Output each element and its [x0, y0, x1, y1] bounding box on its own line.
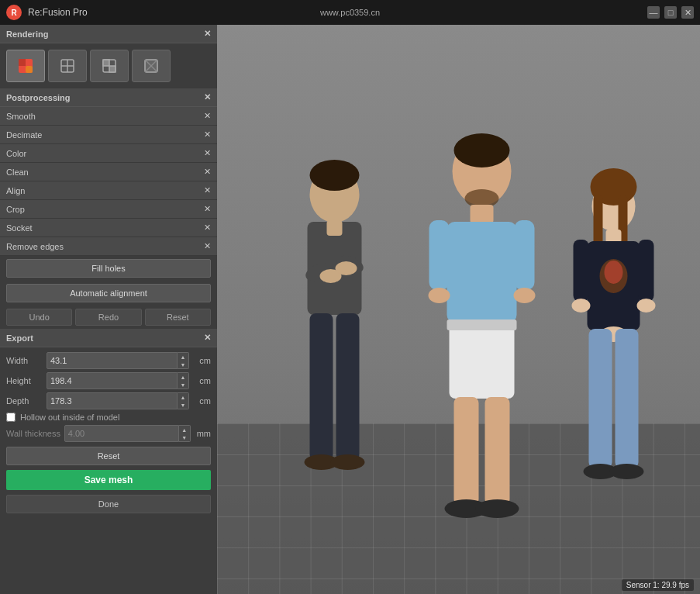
export-section: Width ▲ ▼ cm Height ▲ ▼ — [0, 347, 217, 518]
svg-rect-32 — [515, 220, 535, 290]
svg-rect-31 — [429, 220, 450, 290]
remove-edges-dropdown[interactable]: Remove edges ✕ — [0, 237, 217, 256]
postprocessing-label: Postprocessing — [6, 93, 71, 102]
height-input[interactable] — [47, 372, 178, 389]
title-bar-left: R Re:Fusion Pro — [6, 5, 88, 20]
people-scene — [217, 121, 700, 571]
clean-label: Clean — [6, 167, 29, 177]
render-buttons — [6, 50, 211, 82]
svg-point-34 — [514, 288, 536, 303]
wall-thickness-row: Wall thickness ▲ ▼ mm — [6, 425, 211, 442]
width-unit: cm — [189, 356, 211, 365]
align-label: Align — [6, 186, 25, 195]
rendering-section-header[interactable]: Rendering ✕ — [0, 25, 217, 43]
clean-arrow-icon: ✕ — [204, 167, 211, 177]
close-button[interactable]: ✕ — [681, 6, 694, 19]
svg-rect-2 — [26, 66, 33, 73]
height-up-button[interactable]: ▲ — [178, 373, 188, 381]
height-label: Height — [6, 376, 47, 385]
svg-point-48 — [605, 261, 623, 284]
wall-thickness-down-button[interactable]: ▼ — [179, 433, 190, 441]
save-mesh-button[interactable]: Save mesh — [6, 470, 211, 490]
rendering-close-icon[interactable]: ✕ — [204, 29, 211, 39]
minimize-button[interactable]: — — [647, 6, 660, 19]
wall-thickness-up-button[interactable]: ▲ — [179, 426, 190, 433]
depth-down-button[interactable]: ▼ — [178, 401, 188, 409]
rendering-label: Rendering — [6, 29, 48, 39]
postprocessing-section-header[interactable]: Postprocessing ✕ — [0, 88, 217, 107]
width-input[interactable] — [47, 352, 178, 369]
render-normal-button[interactable] — [132, 50, 171, 82]
render-texture-button[interactable] — [90, 50, 129, 82]
svg-point-27 — [454, 133, 510, 167]
wall-thickness-arrows: ▲ ▼ — [179, 425, 191, 442]
depth-up-button[interactable]: ▲ — [178, 393, 188, 401]
svg-point-24 — [331, 454, 365, 470]
fill-holes-button[interactable]: Fill holes — [6, 259, 211, 278]
width-up-button[interactable]: ▲ — [178, 353, 188, 361]
decimate-arrow-icon: ✕ — [204, 130, 211, 140]
viewport[interactable]: Sensor 1: 29.9 fps — [217, 25, 700, 594]
hollow-label: Hollow out inside of model — [20, 413, 119, 422]
hollow-checkbox[interactable] — [6, 413, 16, 422]
app-logo: R — [6, 5, 22, 20]
svg-rect-7 — [103, 60, 109, 66]
svg-point-52 — [637, 299, 656, 313]
svg-rect-49 — [574, 240, 589, 302]
crop-dropdown[interactable]: Crop ✕ — [0, 200, 217, 219]
socket-label: Socket — [6, 223, 33, 233]
width-down-button[interactable]: ▼ — [178, 361, 188, 368]
svg-rect-29 — [471, 205, 494, 223]
wall-thickness-unit: mm — [191, 429, 211, 438]
done-button[interactable]: Done — [6, 495, 211, 513]
align-dropdown[interactable]: Align ✕ — [0, 181, 217, 200]
depth-input[interactable] — [47, 392, 178, 409]
clean-dropdown[interactable]: Clean ✕ — [0, 163, 217, 181]
align-arrow-icon: ✕ — [204, 185, 211, 195]
postprocessing-close-icon[interactable]: ✕ — [204, 92, 211, 102]
svg-rect-1 — [19, 59, 26, 66]
smooth-dropdown[interactable]: Smooth ✕ — [0, 107, 217, 126]
svg-rect-35 — [450, 321, 515, 399]
svg-point-57 — [610, 464, 644, 479]
svg-rect-22 — [336, 313, 360, 461]
depth-arrows: ▲ ▼ — [178, 392, 189, 409]
svg-point-20 — [336, 261, 357, 275]
undo-button[interactable]: Undo — [6, 309, 72, 326]
decimate-label: Decimate — [6, 130, 42, 140]
svg-rect-54 — [589, 329, 612, 468]
decimate-dropdown[interactable]: Decimate ✕ — [0, 126, 217, 144]
svg-rect-55 — [616, 329, 639, 468]
export-section-header[interactable]: Export ✕ — [0, 329, 217, 347]
svg-rect-38 — [485, 397, 510, 506]
render-wireframe-button[interactable] — [48, 50, 87, 82]
reset-button-1[interactable]: Reset — [145, 309, 211, 326]
svg-point-40 — [476, 499, 519, 518]
hollow-row: Hollow out inside of model — [6, 413, 211, 422]
status-text: Sensor 1: 29.9 fps — [626, 581, 689, 589]
wall-thickness-input[interactable] — [64, 425, 179, 442]
height-arrows: ▲ ▼ — [178, 372, 189, 389]
automatic-alignment-button[interactable]: Automatic alignment — [6, 284, 211, 302]
svg-rect-30 — [447, 222, 517, 323]
redo-button[interactable]: Redo — [75, 309, 141, 326]
height-spinner: ▲ ▼ — [47, 372, 189, 389]
status-bar: Sensor 1: 29.9 fps — [622, 579, 694, 591]
depth-spinner: ▲ ▼ — [47, 392, 189, 409]
export-label: Export — [6, 333, 33, 343]
export-reset-button[interactable]: Reset — [6, 447, 211, 465]
remove-edges-arrow-icon: ✕ — [204, 241, 211, 251]
export-close-icon[interactable]: ✕ — [204, 333, 211, 343]
color-dropdown[interactable]: Color ✕ — [0, 144, 217, 163]
crop-label: Crop — [6, 205, 25, 214]
color-label: Color — [6, 149, 26, 158]
depth-unit: cm — [189, 396, 211, 406]
width-spinner: ▲ ▼ — [47, 352, 189, 369]
height-unit: cm — [189, 376, 211, 385]
height-down-button[interactable]: ▼ — [178, 381, 188, 389]
socket-dropdown[interactable]: Socket ✕ — [0, 219, 217, 237]
maximize-button[interactable]: □ — [664, 6, 677, 19]
render-solid-button[interactable] — [6, 50, 45, 82]
app-title: Re:Fusion Pro — [28, 7, 88, 18]
wall-thickness-label: Wall thickness — [6, 429, 64, 438]
